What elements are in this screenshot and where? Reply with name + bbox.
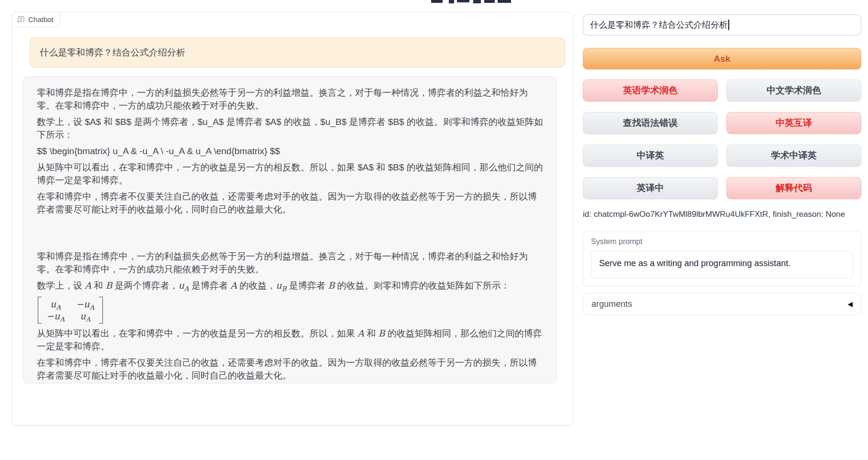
chatbot-label: Chatbot [11, 12, 60, 27]
question-input-value: 什么是零和博弈？结合公式介绍分析 [590, 19, 728, 31]
matrix-cell-r1c2: −uA [76, 298, 94, 310]
system-prompt-input[interactable]: Serve me as a writing and programming as… [591, 251, 853, 279]
accordion-collapsed-caret-icon: ◀ [847, 300, 853, 308]
quick-action-find-grammar-errors[interactable]: 查找语法错误 [583, 112, 718, 134]
chatbot-panel: Chatbot 什么是零和博弈？结合公式介绍分析 零和博弈是指在博弈中，一方的利… [11, 12, 573, 426]
user-message-bubble: 什么是零和博弈？结合公式介绍分析 [30, 37, 565, 67]
response-status-line: id: chatcmpl-6wOo7KrYTwMl89lbrMWRu4UkFFX… [583, 210, 861, 219]
bot-paragraph-4: 在零和博弈中，博弈者不仅要关注自己的收益，还需要考虑对手的收益。因为一方取得的收… [37, 190, 543, 216]
matrix-cell-r1c1: uA [46, 298, 65, 310]
bot-paragraph-1: 零和博弈是指在博弈中，一方的利益损失必然等于另一方的利益增益。换言之，对于每一种… [37, 86, 543, 112]
chatbot-label-text: Chatbot [28, 15, 54, 23]
quick-action-chinese-academic-polish[interactable]: 中文学术润色 [726, 79, 861, 101]
bot-formula-raw-latex: $$ \begin{bmatrix} u_A & -u_A \ -u_A & u… [37, 145, 543, 157]
bot-paragraph-4-repeat: 在零和博弈中，博弈者不仅要关注自己的收益，还需要考虑对手的收益。因为一方取得的收… [37, 356, 543, 382]
matrix-cell-r2c2: uA [76, 310, 94, 322]
bot-paragraph-3-rendered-math: 从矩阵中可以看出，在零和博弈中，一方的收益是另一方的相反数。所以，如果 A 和 … [37, 327, 543, 353]
matrix-cell-r2c1: −uA [46, 310, 65, 322]
quick-action-academic-zh-to-en[interactable]: 学术中译英 [726, 145, 861, 167]
text-cursor [728, 20, 729, 30]
system-prompt-label: System prompt [591, 237, 853, 246]
bot-message-bubble: 零和博弈是指在博弈中，一方的利益损失必然等于另一方的利益增益。换言之，对于每一种… [23, 76, 557, 383]
matrix-right-bracket [99, 297, 103, 324]
arguments-accordion[interactable]: arguments ◀ [583, 293, 861, 315]
question-input[interactable]: 什么是零和博弈？结合公式介绍分析 [583, 14, 861, 35]
quick-action-zh-to-en[interactable]: 中译英 [583, 145, 718, 167]
matrix-left-bracket [38, 297, 42, 324]
bot-paragraph-2-rendered-math: 数学上，设 A 和 B 是两个博弈者，uA 是博弈者 A 的收益，uB 是博弈者… [37, 279, 543, 292]
bot-paragraph-1-repeat: 零和博弈是指在博弈中，一方的利益损失必然等于另一方的利益增益。换言之，对于每一种… [37, 250, 543, 276]
system-prompt-card: System prompt Serve me as a writing and … [583, 231, 861, 286]
bot-paragraph-2-raw-latex: 数学上，设 $A$ 和 $B$ 是两个博弈者，$u_A$ 是博弈者 $A$ 的收… [37, 115, 543, 141]
user-message-text: 什么是零和博弈？结合公式介绍分析 [40, 47, 185, 57]
system-prompt-value: Serve me as a writing and programming as… [599, 258, 790, 268]
quick-action-en-to-zh[interactable]: 英译中 [583, 177, 718, 199]
quick-action-explain-code[interactable]: 解释代码 [726, 177, 861, 199]
quick-action-english-academic-polish[interactable]: 英语学术润色 [583, 79, 718, 101]
bot-paragraph-3-raw-latex: 从矩阵中可以看出，在零和博弈中，一方的收益是另一方的相反数。所以，如果 $A$ … [37, 161, 543, 187]
speech-bubble-icon [17, 16, 25, 23]
rendered-payoff-matrix: uA −uA −uA uA [38, 297, 103, 324]
ask-button[interactable]: Ask [583, 48, 861, 69]
blank-line-spacer [37, 219, 543, 250]
arguments-accordion-label: arguments [591, 299, 632, 309]
quick-action-zh-en-mutual-translate[interactable]: 中英互译 [726, 112, 861, 134]
